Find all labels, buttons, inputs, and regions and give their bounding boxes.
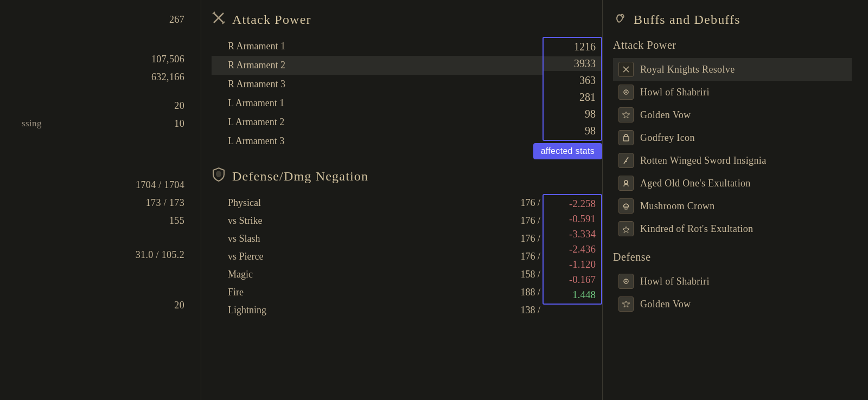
stat-row: 155 [16,212,190,230]
attack-power-section: Attack Power R Armament 1 R Armament 2 R… [212,11,602,151]
buff-rotten-sword[interactable]: Rotten Winged Sword Insignia [613,149,852,172]
defense-fire-row: Fire 188 / [212,283,542,301]
defense-title: Defense/Dmg Negation [232,169,368,184]
buff-howl-shabriri-icon [618,85,634,100]
buff-attack-category: Attack Power Royal Knights Resolve Howl … [613,39,852,240]
buff-attack-category-title: Attack Power [613,39,852,51]
buff-golden-vow-icon [618,107,634,122]
buff-golden-vow[interactable]: Golden Vow [613,104,852,126]
svg-rect-10 [623,137,629,141]
stat-row: 632,166 [16,68,190,86]
attack-power-icon [212,11,226,28]
armament-l2-value: 98 [552,107,596,121]
defense-values-container: -2.258 -0.591 -3.334 -2.436 -1.120 -0.16… [542,194,602,305]
attack-power-title: Attack Power [232,12,311,27]
buff-royal-knights-resolve[interactable]: Royal Knights Resolve [613,58,852,81]
buff-defense-golden-vow[interactable]: Golden Vow [613,293,852,315]
armament-r3-value: 363 [552,74,596,87]
defense-content: Physical 176 / vs Strike 176 / vs Slash … [212,194,602,319]
defense-physical-val: -2.258 [551,197,596,210]
defense-strike-row: vs Strike 176 / [212,212,542,230]
defense-physical-row: Physical 176 / [212,194,542,212]
armament-l3-value: 98 [552,124,596,138]
defense-magic-val: -1.120 [551,258,596,271]
right-panel: Buffs and Debuffs Attack Power Royal Kni… [602,11,852,390]
buff-mushroom-crown-icon [618,198,634,214]
buff-defense-howl-shabriri-icon [618,274,634,289]
buff-defense-howl-shabriri-name: Howl of Shabriri [640,276,710,287]
armament-r2-value: 3933 [544,56,601,71]
buff-mushroom-crown-name: Mushroom Crown [640,201,715,212]
buff-defense-howl-shabriri[interactable]: Howl of Shabriri [613,270,852,293]
defense-lightning-val: 1.448 [551,288,596,301]
buff-mushroom-crown[interactable]: Mushroom Crown [613,195,852,217]
buff-golden-vow-name: Golden Vow [640,109,691,121]
armament-values-container: 1216 3933 363 281 98 98 [542,37,602,141]
buff-kindred-rot-icon [618,221,634,236]
buff-defense-category: Defense Howl of Shabriri Golden Vow [613,251,852,315]
buff-aged-old-one-name: Aged Old One's Exultation [640,178,751,189]
defense-slash-row: vs Slash 176 / [212,230,542,248]
buffs-icon [613,11,627,28]
svg-point-4 [216,171,221,177]
armament-values-box: 1216 3933 363 281 98 98 [542,37,602,141]
buff-defense-category-title: Defense [613,251,852,263]
middle-panel: Attack Power R Armament 1 R Armament 2 R… [212,11,602,390]
stat-row: 107,506 [16,50,190,68]
defense-header-row: Defense/Dmg Negation affected stats [212,167,602,185]
defense-fire-val: -0.167 [551,273,596,286]
stat-row: 20 [16,296,190,314]
svg-marker-17 [622,301,630,307]
buff-rotten-sword-icon [618,153,634,168]
attack-power-header: Attack Power [212,11,602,28]
stat-row: ssing 10 [16,115,190,133]
stat-row: 20 [16,97,190,115]
armament-l3-label: L Armament 3 [212,132,542,151]
buff-godfrey-icon-img [618,130,634,145]
defense-lightning-row: Lightning 138 / [212,301,542,319]
affected-stats-badge: affected stats [533,143,602,159]
armament-l2-label: L Armament 2 [212,113,542,132]
armament-r3-label: R Armament 3 [212,75,542,94]
defense-pierce-row: vs Pierce 176 / [212,248,542,266]
stat-row: 267 [16,11,190,29]
svg-marker-9 [622,112,630,118]
armament-r1-value: 1216 [552,40,596,54]
armament-r2-label[interactable]: R Armament 2 [212,56,542,75]
buff-aged-old-one[interactable]: Aged Old One's Exultation [613,172,852,195]
buff-rotten-sword-name: Rotten Winged Sword Insignia [640,155,767,166]
left-divider [201,0,201,400]
defense-labels-col: Physical 176 / vs Strike 176 / vs Slash … [212,194,542,319]
defense-header: Defense/Dmg Negation [212,167,368,185]
defense-magic-row: Magic 158 / [212,266,542,283]
stat-row: 173 / 173 [16,194,190,212]
buff-defense-golden-vow-icon [618,296,634,312]
defense-section: Defense/Dmg Negation affected stats Phys… [212,167,602,319]
buff-howl-shabriri[interactable]: Howl of Shabriri [613,81,852,104]
svg-line-11 [624,157,628,164]
defense-pierce-val: -2.436 [551,243,596,256]
svg-point-16 [626,281,627,282]
svg-point-13 [624,180,628,184]
buff-kindred-rot-name: Kindred of Rot's Exultation [640,223,753,235]
buff-royal-knights-resolve-icon [618,62,634,77]
defense-icon [212,167,226,185]
buff-kindred-rot[interactable]: Kindred of Rot's Exultation [613,217,852,240]
defense-strike-val: -0.591 [551,212,596,225]
attack-power-content: R Armament 1 R Armament 2 R Armament 3 L… [212,37,602,151]
buff-royal-knights-resolve-name: Royal Knights Resolve [640,64,735,75]
defense-values-box: -2.258 -0.591 -3.334 -2.436 -1.120 -0.16… [542,194,602,305]
svg-point-8 [626,92,627,93]
armament-l1-label: L Armament 1 [212,94,542,113]
buff-defense-golden-vow-name: Golden Vow [640,299,691,310]
buffs-header: Buffs and Debuffs [613,11,852,28]
armament-r1-label: R Armament 1 [212,37,542,56]
buff-howl-shabriri-name: Howl of Shabriri [640,87,710,98]
buff-godfrey-icon-name: Godfrey Icon [640,132,695,144]
defense-slash-val: -3.334 [551,228,596,241]
stat-row: 1704 / 1704 [16,176,190,194]
armament-labels: R Armament 1 R Armament 2 R Armament 3 L… [212,37,542,151]
buff-godfrey-icon[interactable]: Godfrey Icon [613,126,852,149]
buff-aged-old-one-icon [618,176,634,191]
stat-row: 31.0 / 105.2 [16,246,190,264]
